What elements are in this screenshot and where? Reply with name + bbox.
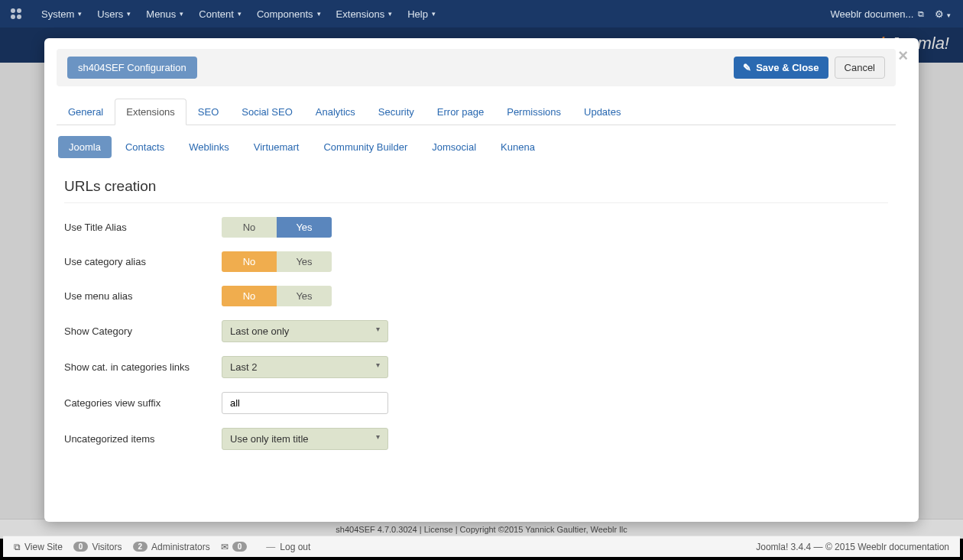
- label-show-cat-links: Show cat. in categories links: [64, 361, 222, 373]
- caret-down-icon: ▾: [78, 10, 82, 18]
- subtab-joomla[interactable]: Joomla: [58, 136, 112, 158]
- toggle-no[interactable]: No: [222, 217, 277, 238]
- save-close-button[interactable]: ✎ Save & Close: [734, 57, 828, 79]
- menu-extensions[interactable]: Extensions▾: [329, 0, 400, 28]
- label-uncategorized: Uncategorized items: [64, 433, 222, 445]
- subtab-kunena[interactable]: Kunena: [490, 136, 546, 158]
- row-use-menu-alias: Use menu alias No Yes: [64, 286, 888, 306]
- messages-count[interactable]: ✉0: [221, 542, 251, 552]
- caret-down-icon: ▾: [127, 10, 131, 18]
- external-link-icon: ⧉: [918, 9, 924, 19]
- site-link[interactable]: Weeblr documen...⧉: [831, 8, 925, 20]
- svg-point-2: [11, 15, 15, 19]
- label-use-category-alias: Use category alias: [64, 256, 222, 267]
- select-show-category[interactable]: Last one only: [222, 320, 388, 342]
- tab-social-seo[interactable]: Social SEO: [230, 99, 303, 125]
- save-icon: ✎: [743, 62, 751, 73]
- toggle-yes[interactable]: Yes: [277, 217, 332, 238]
- mail-icon: ✉: [221, 542, 229, 552]
- tab-extensions[interactable]: Extensions: [115, 99, 186, 125]
- row-uncategorized: Uncategorized items Use only item title: [64, 428, 888, 450]
- modal-toolbar: sh404SEF Configuration ✎ Save & Close Ca…: [57, 49, 896, 86]
- toggle-no[interactable]: No: [222, 286, 277, 306]
- input-categories-suffix[interactable]: [222, 392, 388, 414]
- label-categories-suffix: Categories view suffix: [64, 397, 222, 409]
- menu-help[interactable]: Help▾: [400, 0, 443, 28]
- caret-down-icon: ▾: [317, 10, 321, 18]
- svg-point-1: [17, 8, 21, 13]
- row-use-category-alias: Use category alias No Yes: [64, 251, 888, 272]
- gear-icon[interactable]: ⚙ ▾: [935, 8, 951, 20]
- row-use-title-alias: Use Title Alias No Yes: [64, 217, 888, 238]
- close-icon[interactable]: ×: [898, 46, 908, 66]
- toggle-yes[interactable]: Yes: [277, 251, 332, 272]
- subtab-weblinks[interactable]: Weblinks: [178, 136, 240, 158]
- admin-top-bar: System▾ Users▾ Menus▾ Content▾ Component…: [0, 0, 963, 28]
- subtab-jomsocial[interactable]: Jomsocial: [421, 136, 487, 158]
- cancel-button[interactable]: Cancel: [835, 57, 885, 79]
- logout-link[interactable]: Log out: [280, 542, 310, 552]
- subtab-community-builder[interactable]: Community Builder: [313, 136, 418, 158]
- row-categories-suffix: Categories view suffix: [64, 392, 888, 414]
- svg-point-3: [17, 15, 21, 19]
- sub-tabs: Joomla Contacts Weblinks Virtuemart Comm…: [57, 136, 896, 158]
- section-title: URLs creation: [64, 172, 888, 203]
- joomla-logo-icon[interactable]: [9, 7, 23, 21]
- svg-point-0: [11, 8, 15, 13]
- menu-system[interactable]: System▾: [34, 0, 89, 28]
- row-show-category: Show Category Last one only: [64, 320, 888, 342]
- badge: 2: [133, 542, 148, 552]
- config-modal: × sh404SEF Configuration ✎ Save & Close …: [44, 38, 919, 522]
- subtab-contacts[interactable]: Contacts: [115, 136, 175, 158]
- badge: 0: [73, 542, 89, 552]
- label-show-category: Show Category: [64, 325, 222, 337]
- subtab-virtuemart[interactable]: Virtuemart: [243, 136, 310, 158]
- toggle-use-menu-alias[interactable]: No Yes: [222, 286, 332, 306]
- external-link-icon: ⧉: [14, 542, 21, 552]
- select-show-cat-links[interactable]: Last 2: [222, 356, 388, 378]
- toggle-use-title-alias[interactable]: No Yes: [222, 217, 332, 238]
- caret-down-icon: ▾: [180, 10, 183, 18]
- separator: —: [266, 542, 275, 552]
- row-show-cat-links: Show cat. in categories links Last 2: [64, 356, 888, 378]
- menu-menus[interactable]: Menus▾: [138, 0, 191, 28]
- visitors-count[interactable]: 0Visitors: [73, 542, 122, 552]
- admins-count[interactable]: 2Administrators: [133, 542, 210, 552]
- tab-permissions[interactable]: Permissions: [495, 99, 572, 125]
- select-uncategorized[interactable]: Use only item title: [222, 428, 388, 450]
- view-site-link[interactable]: ⧉View Site: [14, 542, 63, 552]
- status-bar: ⧉View Site 0Visitors 2Administrators ✉0 …: [3, 536, 960, 557]
- tab-analytics[interactable]: Analytics: [304, 99, 367, 125]
- toggle-yes[interactable]: Yes: [277, 286, 332, 306]
- status-right: Joomla! 3.4.4 — © 2015 Weeblr documentat…: [756, 542, 949, 552]
- modal-scroll[interactable]: sh404SEF Configuration ✎ Save & Close Ca…: [44, 38, 919, 522]
- label-use-title-alias: Use Title Alias: [64, 222, 222, 233]
- menu-components[interactable]: Components▾: [249, 0, 329, 28]
- label-use-menu-alias: Use menu alias: [64, 290, 222, 302]
- tab-error-page[interactable]: Error page: [426, 99, 495, 125]
- tab-general[interactable]: General: [57, 99, 115, 125]
- menu-content[interactable]: Content▾: [191, 0, 249, 28]
- caret-down-icon: ▾: [238, 10, 242, 18]
- tab-updates[interactable]: Updates: [572, 99, 632, 125]
- tab-security[interactable]: Security: [367, 99, 426, 125]
- toggle-no[interactable]: No: [222, 251, 277, 272]
- toggle-use-category-alias[interactable]: No Yes: [222, 251, 332, 272]
- caret-down-icon: ▾: [388, 10, 392, 18]
- menu-users[interactable]: Users▾: [89, 0, 138, 28]
- tab-seo[interactable]: SEO: [186, 99, 230, 125]
- caret-down-icon: ▾: [432, 10, 436, 18]
- main-tabs: General Extensions SEO Social SEO Analyt…: [57, 99, 896, 125]
- config-title-button[interactable]: sh404SEF Configuration: [67, 57, 197, 79]
- badge: 0: [232, 542, 248, 552]
